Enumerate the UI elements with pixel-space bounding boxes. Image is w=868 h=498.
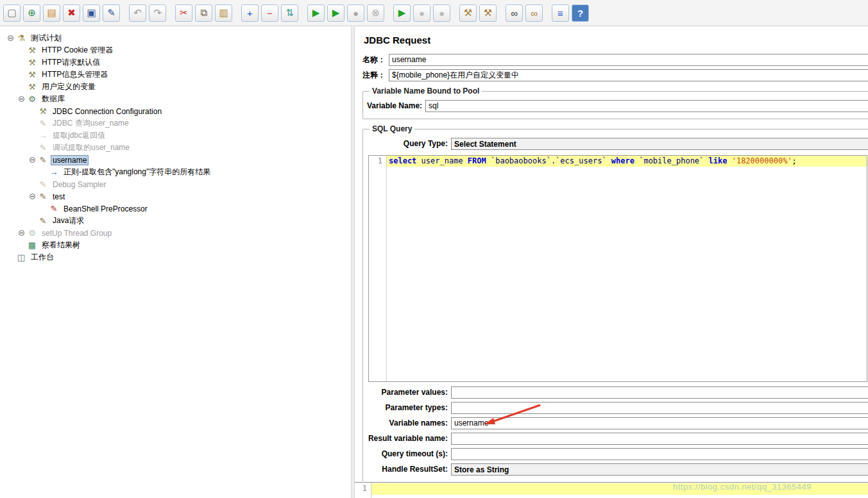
search-icon: ∞ bbox=[511, 8, 518, 19]
remote-stop-all-button[interactable]: ● bbox=[413, 4, 430, 22]
toggle-enable-button[interactable]: ⇅ bbox=[281, 4, 298, 22]
templates-button[interactable]: ⊕ bbox=[23, 4, 40, 22]
tree-item[interactable]: ▦察看结果树 bbox=[0, 239, 351, 251]
redo-icon: ↷ bbox=[153, 7, 162, 19]
start-no-pauses-button[interactable]: ▶ bbox=[327, 4, 345, 22]
tree-expand-handle[interactable] bbox=[30, 157, 35, 163]
save-button[interactable]: ▣ bbox=[83, 4, 100, 22]
tree-item[interactable]: ⚗测试计划 bbox=[0, 32, 351, 44]
handle-resultset-select[interactable]: Store as String bbox=[451, 463, 868, 476]
close-plan-icon: ✖ bbox=[67, 7, 76, 19]
query-type-select[interactable]: Select Statement bbox=[451, 138, 868, 150]
parameter-types-input[interactable] bbox=[451, 402, 868, 414]
tree-item-label: 调试提取的user_name bbox=[51, 142, 132, 154]
tree-item-label: HTTP Cookie 管理器 bbox=[40, 44, 115, 56]
tree-item[interactable]: ⚒用户定义的变量 bbox=[0, 81, 351, 93]
search-button[interactable]: ∞ bbox=[506, 4, 523, 22]
tree-item[interactable]: →提取jdbc返回值 bbox=[0, 129, 351, 142]
comment-input[interactable] bbox=[389, 69, 868, 81]
tree-item-label: HTTP请求默认值 bbox=[40, 56, 102, 69]
testplan-icon: ⚗ bbox=[16, 33, 26, 44]
tree-item[interactable]: ⚙setUp Thread Group bbox=[0, 227, 351, 239]
tree-item-label: username bbox=[51, 155, 89, 165]
paste-button[interactable]: ▥ bbox=[215, 4, 232, 22]
pool-group-title: Variable Name Bound to Pool bbox=[370, 87, 482, 95]
tree-item[interactable]: ✎Java请求 bbox=[0, 215, 351, 227]
close-plan-button[interactable]: ✖ bbox=[63, 4, 80, 22]
tree-item[interactable]: ✎BeanShell PreProcessor bbox=[0, 203, 351, 215]
clear-all-button[interactable]: ⚒ bbox=[479, 4, 497, 22]
wrench-icon: ⚒ bbox=[27, 82, 37, 92]
query-timeout-input[interactable] bbox=[451, 448, 868, 460]
variable-name-input[interactable] bbox=[425, 100, 868, 112]
start-button[interactable]: ▶ bbox=[307, 4, 325, 22]
tree-expand-handle[interactable] bbox=[30, 194, 35, 199]
tree-item-label: 用户定义的变量 bbox=[40, 81, 98, 93]
tree-item-label: 工作台 bbox=[29, 251, 56, 263]
search-reset-button[interactable]: ∞ bbox=[525, 4, 543, 22]
tree-expand-handle[interactable] bbox=[8, 35, 13, 41]
expand-all-button[interactable]: + bbox=[241, 4, 259, 22]
tree-item[interactable]: ◫工作台 bbox=[0, 251, 351, 263]
gear-icon: ⚙ bbox=[27, 228, 37, 238]
tree-item-label: 数据库 bbox=[40, 93, 67, 105]
remote-start-all-button[interactable]: ▶ bbox=[393, 4, 411, 22]
result-variable-name-input[interactable] bbox=[451, 433, 868, 445]
cut-button[interactable]: ✂ bbox=[175, 4, 192, 22]
sql-editor-text[interactable]: select user_name FROM `baobaobooks`.`ecs… bbox=[387, 156, 867, 381]
tree-item[interactable]: ✎test bbox=[0, 190, 351, 203]
name-label: 名称： bbox=[362, 54, 386, 65]
new-plan-button[interactable]: ▢ bbox=[3, 4, 21, 22]
comment-label: 注释： bbox=[362, 70, 386, 81]
name-input[interactable] bbox=[389, 54, 868, 66]
remote-start-all-icon: ▶ bbox=[398, 7, 406, 19]
wrench-icon: ⚒ bbox=[27, 46, 37, 56]
clear-all-icon: ⚒ bbox=[484, 7, 492, 19]
tree-item-label: BeanShell PreProcessor bbox=[62, 204, 149, 214]
tree-item[interactable]: ⚒HTTP Cookie 管理器 bbox=[0, 44, 351, 56]
function-helper-button[interactable]: ≡ bbox=[552, 4, 569, 22]
help-button[interactable]: ? bbox=[572, 4, 589, 22]
sampler-icon: ✎ bbox=[38, 119, 48, 129]
tree-item[interactable]: ✎username bbox=[0, 154, 351, 166]
query-type-label: Query Type: bbox=[367, 139, 448, 148]
tree-item[interactable]: ⚒HTTP信息头管理器 bbox=[0, 69, 351, 81]
tree-expand-handle[interactable] bbox=[19, 230, 24, 236]
sql-code-line: select user_name FROM `baobaobooks`.`ecs… bbox=[387, 156, 867, 167]
undo-button[interactable]: ↶ bbox=[129, 4, 146, 22]
collapse-all-button[interactable]: − bbox=[261, 4, 278, 22]
save-icon: ▣ bbox=[87, 7, 96, 19]
start-icon: ▶ bbox=[312, 7, 320, 19]
search-reset-icon: ∞ bbox=[531, 8, 538, 19]
variable-name-label: Variable Name: bbox=[367, 101, 422, 110]
tree-item[interactable]: ✎调试提取的user_name bbox=[0, 142, 351, 154]
open-file-button[interactable]: ▤ bbox=[43, 4, 60, 22]
parameter-values-label: Parameter values: bbox=[367, 388, 448, 397]
variable-names-input[interactable] bbox=[451, 417, 868, 429]
function-helper-icon: ≡ bbox=[557, 8, 563, 19]
remote-shutdown-all-icon: ● bbox=[439, 8, 445, 19]
copy-button[interactable]: ⧉ bbox=[195, 4, 212, 22]
bottom-editor-gutter: 1 bbox=[355, 483, 371, 498]
tree-item[interactable]: ⚒HTTP请求默认值 bbox=[0, 56, 351, 69]
save-as-button[interactable]: ✎ bbox=[103, 4, 120, 22]
shutdown-button[interactable]: ⊗ bbox=[367, 4, 384, 22]
beanshell-icon: ✎ bbox=[49, 204, 59, 214]
save-as-icon: ✎ bbox=[107, 7, 115, 19]
parameter-values-input[interactable] bbox=[451, 386, 868, 399]
clear-icon: ⚒ bbox=[464, 7, 472, 19]
wrench-icon: ⚒ bbox=[27, 70, 37, 80]
tree-item[interactable]: ✎JDBC 查询user_name bbox=[0, 117, 351, 129]
tree-item[interactable]: →正则-提取包含"yanglong"字符串的所有结果 bbox=[0, 166, 351, 178]
tree-item[interactable]: ⚙数据库 bbox=[0, 93, 351, 105]
tree-expand-handle[interactable] bbox=[19, 96, 24, 102]
tree-item[interactable]: ⚒JDBC Connection Configuration bbox=[0, 105, 351, 117]
redo-button[interactable]: ↷ bbox=[149, 4, 166, 22]
toolbar: ▢⊕▤✖▣✎↶↷✂⧉▥+−⇅▶▶●⊗▶●●⚒⚒∞∞≡? bbox=[0, 0, 868, 26]
remote-shutdown-all-button[interactable]: ● bbox=[433, 4, 450, 22]
clear-button[interactable]: ⚒ bbox=[459, 4, 477, 22]
remote-stop-all-icon: ● bbox=[419, 8, 425, 19]
stop-icon: ● bbox=[353, 8, 359, 19]
stop-button[interactable]: ● bbox=[347, 4, 364, 22]
tree-item[interactable]: ✎Debug Sampler bbox=[0, 178, 351, 190]
